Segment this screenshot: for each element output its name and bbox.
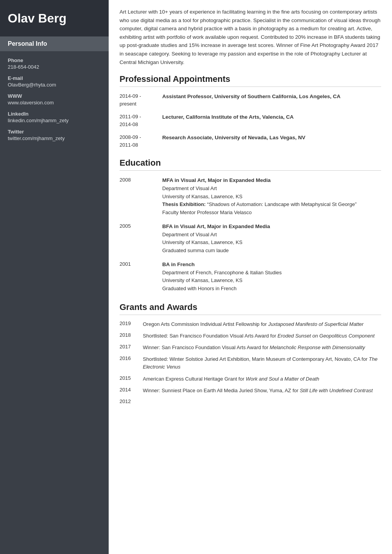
- education-degree-3: BA in French: [162, 260, 381, 269]
- appointments-title: Professional Appointments: [120, 74, 381, 87]
- education-dept-2: Department of Visual Art: [162, 231, 381, 239]
- www-label: WWW: [8, 93, 101, 99]
- grant-date-3: 2017: [120, 344, 143, 351]
- grant-content-6: Winner: Sunniest Place on Earth All Medi…: [143, 387, 381, 395]
- education-date-3: 2001: [120, 260, 162, 293]
- sidebar: Olav Berg Personal Info Phone 218-654-00…: [0, 0, 109, 554]
- education-entry-1: 2008 MFA in Visual Art, Major in Expande…: [120, 176, 381, 217]
- twitter-label: Twitter: [8, 129, 101, 135]
- grant-content-2: Shortlisted: San Francisco Foundation Vi…: [143, 332, 381, 340]
- email-label: E-mail: [8, 75, 101, 81]
- grants-section: Grants and Awards 2019 Oregon Arts Commi…: [120, 302, 381, 404]
- education-degree-2: BFA in Visual Art, Major in Expanded Med…: [162, 222, 381, 231]
- grant-entry-1: 2019 Oregon Arts Commission Individual A…: [120, 320, 381, 328]
- appointment-date-1: 2014-09 -present: [120, 92, 162, 107]
- main-content: Art Lecturer with 10+ years of experienc…: [109, 0, 392, 554]
- twitter-value: twitter.com/mjhamm_zety: [8, 135, 101, 141]
- thesis-label-1: Thesis Exhibition:: [162, 201, 206, 207]
- education-content-1: MFA in Visual Art, Major in Expanded Med…: [162, 176, 381, 217]
- grant-content-3: Winner: San Francisco Foundation Visual …: [143, 344, 381, 351]
- phone-item: Phone 218-654-0042: [8, 57, 101, 70]
- education-uni-1: University of Kansas, Lawrence, KS: [162, 193, 381, 201]
- appointment-date-3: 2008-09 -2011-08: [120, 133, 162, 149]
- education-title: Education: [120, 158, 381, 171]
- education-dept-1: Department of Visual Art: [162, 185, 381, 193]
- grant-italic-2: Eroded Sunset on Geopoliticus Component: [278, 333, 375, 339]
- linkedin-value: linkedin.com/mjhamm_zety: [8, 118, 101, 123]
- www-value: www.olaversion.com: [8, 100, 101, 106]
- grant-entry-2: 2018 Shortlisted: San Francisco Foundati…: [120, 332, 381, 340]
- appointment-date-2: 2011-09 -2014-08: [120, 113, 162, 128]
- appointments-section: Professional Appointments 2014-09 -prese…: [120, 74, 381, 149]
- appointment-title-1: Assistant Professor, University of South…: [162, 93, 340, 99]
- appointment-content-1: Assistant Professor, University of South…: [162, 92, 381, 107]
- grants-title: Grants and Awards: [120, 302, 381, 315]
- phone-value: 218-654-0042: [8, 64, 101, 70]
- personal-info-content: Phone 218-654-0042 E-mail OlavBerg@rhyta…: [0, 57, 109, 141]
- education-note-2: Graduated summa cum laude: [162, 247, 381, 255]
- www-item: WWW www.olaversion.com: [8, 93, 101, 106]
- personal-info-heading: Personal Info: [0, 36, 109, 51]
- education-mentor-1: Faculty Mentor Professor Maria Velasco: [162, 209, 381, 217]
- education-degree-1: MFA in Visual Art, Major in Expanded Med…: [162, 176, 381, 185]
- appointment-title-3: Research Associate, University of Nevada…: [162, 135, 305, 140]
- email-item: E-mail OlavBerg@rhyta.com: [8, 75, 101, 88]
- grant-italic-3: Melancholic Response with Dimensionality: [270, 345, 365, 350]
- grant-date-4: 2016: [120, 355, 143, 371]
- education-date-1: 2008: [120, 176, 162, 217]
- grant-entry-7: 2012: [120, 398, 381, 404]
- appointment-entry-2: 2011-09 -2014-08 Lecturer, California In…: [120, 113, 381, 128]
- grant-italic-5: Work and Soul a Matter of Death: [246, 376, 319, 382]
- education-entry-3: 2001 BA in French Department of French, …: [120, 260, 381, 293]
- linkedin-label: LinkedIn: [8, 111, 101, 117]
- grant-entry-5: 2015 American Express Cultural Heritage …: [120, 375, 381, 383]
- appointment-entry-1: 2014-09 -present Assistant Professor, Un…: [120, 92, 381, 107]
- phone-label: Phone: [8, 57, 101, 63]
- grant-content-7: [143, 398, 381, 404]
- grant-date-6: 2014: [120, 387, 143, 395]
- education-dept-3: Department of French, Francophone & Ital…: [162, 269, 381, 277]
- grant-date-7: 2012: [120, 398, 143, 404]
- grant-entry-4: 2016 Shortlisted: Winter Solstice Juried…: [120, 355, 381, 371]
- education-note-3: Graduated with Honors in French: [162, 285, 381, 293]
- education-uni-3: University of Kansas, Lawrence, KS: [162, 277, 381, 285]
- education-uni-2: University of Kansas, Lawrence, KS: [162, 239, 381, 247]
- full-name: Olav Berg: [8, 11, 101, 26]
- appointment-content-3: Research Associate, University of Nevada…: [162, 133, 381, 149]
- education-thesis-1: Thesis Exhibition: “Shadows of Automatio…: [162, 201, 381, 209]
- education-content-2: BFA in Visual Art, Major in Expanded Med…: [162, 222, 381, 255]
- appointment-entry-3: 2008-09 -2011-08 Research Associate, Uni…: [120, 133, 381, 149]
- appointment-content-2: Lecturer, California Institute of the Ar…: [162, 113, 381, 128]
- grant-date-1: 2019: [120, 320, 143, 328]
- appointment-title-2: Lecturer, California Institute of the Ar…: [162, 114, 294, 120]
- grant-date-2: 2018: [120, 332, 143, 340]
- grant-content-1: Oregon Arts Commission Individual Artist…: [143, 320, 381, 328]
- education-date-2: 2005: [120, 222, 162, 255]
- education-section: Education 2008 MFA in Visual Art, Major …: [120, 158, 381, 293]
- grant-italic-6: Still Life with Undefined Contrast: [300, 388, 373, 393]
- grant-italic-4: The Electronic Venus: [143, 356, 378, 370]
- grant-date-5: 2015: [120, 375, 143, 383]
- summary-text: Art Lecturer with 10+ years of experienc…: [120, 8, 381, 66]
- grant-entry-6: 2014 Winner: Sunniest Place on Earth All…: [120, 387, 381, 395]
- grant-italic-1: Juxtaposed Manifesto of Superficial Matt…: [268, 321, 364, 327]
- email-value: OlavBerg@rhyta.com: [8, 82, 101, 88]
- grant-entry-3: 2017 Winner: San Francisco Foundation Vi…: [120, 344, 381, 351]
- name-section: Olav Berg: [0, 0, 109, 36]
- twitter-item: Twitter twitter.com/mjhamm_zety: [8, 129, 101, 141]
- grant-content-5: American Express Cultural Heritage Grant…: [143, 375, 381, 383]
- grant-content-4: Shortlisted: Winter Solstice Juried Art …: [143, 355, 381, 371]
- education-content-3: BA in French Department of French, Franc…: [162, 260, 381, 293]
- linkedin-item: LinkedIn linkedin.com/mjhamm_zety: [8, 111, 101, 123]
- education-entry-2: 2005 BFA in Visual Art, Major in Expande…: [120, 222, 381, 255]
